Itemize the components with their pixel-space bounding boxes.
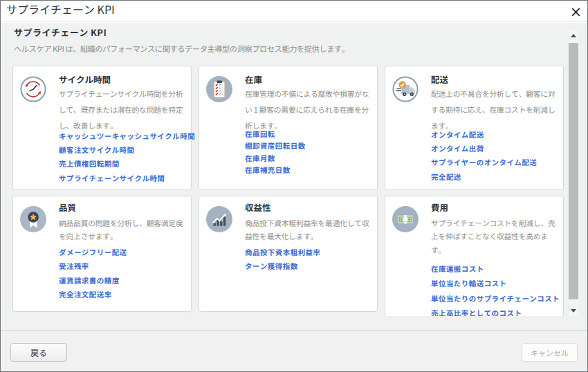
kpi-link-item: オンタイム出荷: [431, 142, 564, 156]
card-description: 在庫管理の不備による腐敗や損害がない 1 顧客の需要に応えられる在庫を分析します…: [245, 86, 372, 134]
kpi-link-item: 在庫運搬コスト: [431, 261, 564, 277]
kpi-card: 在庫 在庫管理の不備による腐敗や損害がない 1 顧客の需要に応えられる在庫を分析…: [199, 66, 378, 190]
profitability-icon: [206, 206, 232, 232]
dialog-titlebar: サプライチェーン KPI: [1, 1, 587, 22]
kpi-link[interactable]: ダメージフリー配送: [59, 247, 127, 257]
card-description: 商品投下資本粗利益率を最適化して収益性を最大化します。: [245, 216, 372, 243]
cancel-button[interactable]: キャンセル: [522, 343, 578, 362]
card-description: 納品品質の問題を分析し、顧客満足度を向上させます。: [59, 216, 186, 243]
card-description: サプライチェーンコストを削減し、売上を伸ばすことなく収益性を高めます。: [431, 216, 558, 257]
kpi-link[interactable]: オンタイム出荷: [431, 143, 484, 154]
kpi-link-item: 受注残率: [59, 259, 192, 273]
kpi-link[interactable]: 単位当たり輸送コスト: [431, 278, 507, 288]
close-icon: [571, 8, 580, 17]
kpi-card: 収益性 商品投下資本粗利益率を最適化して収益性を最大化します。 商品投下資本粗利…: [199, 196, 378, 312]
card-links: 商品投下資本粗利益率ターン獲得指数: [245, 245, 378, 274]
supply-chain-kpi-dialog: サプライチェーン KPI サプライチェーン KPI ヘルスケア KPI は、組織…: [0, 0, 588, 372]
card-title: 品質: [59, 201, 76, 214]
close-button[interactable]: [566, 2, 585, 21]
kpi-link[interactable]: オンタイム配送: [431, 129, 484, 140]
scrollbar-up-button[interactable]: [569, 30, 578, 41]
card-title: 費用: [431, 201, 448, 214]
card-description: サプライチェーンサイクル時間を分析して、既存または潜在的な問題を特定し、改善しま…: [59, 86, 186, 134]
kpi-link-item: 商品投下資本粗利益率: [245, 245, 378, 259]
kpi-link-item: 棚卸資産回転日数: [245, 140, 378, 152]
kpi-link[interactable]: サプライヤーのオンタイム配送: [431, 157, 537, 167]
kpi-link[interactable]: 在庫月数: [245, 153, 275, 163]
dialog-title: サプライチェーン KPI: [6, 1, 115, 18]
kpi-card: 配送 配送上の不具合を分析して、顧客に対する期待に応え、在庫コストを削減します。…: [385, 66, 564, 190]
inventory-icon: [206, 76, 232, 102]
kpi-link-item: ダメージフリー配送: [59, 245, 192, 259]
card-title: サイクル時間: [59, 73, 111, 86]
kpi-link[interactable]: ターン獲得指数: [245, 261, 298, 271]
kpi-link[interactable]: 売上高比率としてのコスト: [431, 308, 522, 316]
cycle-time-icon: [20, 76, 46, 102]
kpi-card-grid: サイクル時間 サプライチェーンサイクル時間を分析して、既存または潜在的な問題を特…: [12, 66, 564, 316]
card-links: キャッシュツーキャッシュサイクル時間顧客注文サイクル時間売上債権回転期間サプライ…: [59, 129, 192, 186]
kpi-link-item: 運賃請求書の精度: [59, 274, 192, 288]
kpi-link-item: ターン獲得指数: [245, 259, 378, 273]
kpi-link[interactable]: 在庫運搬コスト: [431, 263, 484, 274]
kpi-link[interactable]: 顧客注文サイクル時間: [59, 145, 135, 155]
back-button[interactable]: 戻る: [10, 343, 67, 362]
kpi-link-item: 在庫回転: [245, 128, 378, 140]
kpi-link-item: 売上高比率としてのコスト: [431, 306, 564, 316]
panel-description: ヘルスケア KPI は、組織のパフォーマンスに関するデータ主導型の洞察プロセス能…: [14, 43, 349, 54]
kpi-link[interactable]: 棚卸資産回転日数: [245, 140, 306, 151]
delivery-icon: [392, 76, 419, 102]
kpi-link[interactable]: 受注残率: [59, 261, 89, 271]
card-title: 在庫: [245, 73, 262, 86]
card-title: 収益性: [245, 201, 271, 214]
kpi-link-item: 完全注文配送率: [59, 288, 192, 301]
card-links: ダメージフリー配送受注残率運賃請求書の精度完全注文配送率: [59, 245, 192, 302]
kpi-link[interactable]: 売上債権回転期間: [59, 158, 120, 169]
kpi-link[interactable]: 商品投下資本粗利益率: [245, 247, 321, 257]
kpi-link-item: 単位当たりのサプライチェーンコスト: [431, 291, 564, 306]
kpi-link[interactable]: 完全配送: [431, 171, 461, 182]
vertical-scrollbar[interactable]: [569, 30, 578, 316]
kpi-link-item: 単位当たり輸送コスト: [431, 276, 564, 291]
kpi-link-item: 在庫補充日数: [245, 164, 378, 176]
kpi-link[interactable]: サプライチェーンサイクル時間: [59, 173, 165, 183]
kpi-link-item: 完全配送: [431, 170, 564, 184]
kpi-link-item: 売上債権回転期間: [59, 157, 192, 171]
kpi-link[interactable]: 単位当たりのサプライチェーンコスト: [431, 293, 560, 304]
cost-icon: [392, 206, 419, 232]
triangle-up-icon: [571, 34, 576, 37]
kpi-link[interactable]: 運賃請求書の精度: [59, 275, 120, 286]
kpi-link-item: 顧客注文サイクル時間: [59, 143, 192, 157]
kpi-card: 費用 サプライチェーンコストを削減し、売上を伸ばすことなく収益性を高めます。 在…: [385, 196, 564, 316]
card-title: 配送: [431, 73, 448, 86]
quality-icon: [20, 206, 46, 232]
card-description: 配送上の不具合を分析して、顧客に対する期待に応え、在庫コストを削減します。: [431, 86, 558, 134]
kpi-link-item: オンタイム配送: [431, 128, 564, 142]
kpi-link-item: サプライチェーンサイクル時間: [59, 171, 192, 185]
kpi-link-item: キャッシュツーキャッシュサイクル時間: [59, 129, 192, 143]
panel-heading: サプライチェーン KPI: [14, 26, 107, 39]
kpi-link[interactable]: 在庫回転: [245, 129, 275, 139]
kpi-link[interactable]: 完全注文配送率: [59, 289, 112, 299]
card-links: オンタイム配送オンタイム出荷サプライヤーのオンタイム配送完全配送: [431, 128, 564, 185]
scrollbar-down-button[interactable]: [569, 306, 578, 316]
kpi-link-item: サプライヤーのオンタイム配送: [431, 156, 564, 169]
kpi-card: 品質 納品品質の問題を分析し、顧客満足度を向上させます。 ダメージフリー配送受注…: [12, 196, 192, 312]
kpi-card: サイクル時間 サプライチェーンサイクル時間を分析して、既存または潜在的な問題を特…: [12, 66, 192, 190]
scrollbar-thumb[interactable]: [569, 43, 578, 299]
triangle-down-icon: [571, 309, 576, 313]
dialog-footer: 戻る キャンセル: [1, 331, 587, 371]
kpi-link[interactable]: 在庫補充日数: [245, 165, 291, 175]
kpi-link-item: 在庫月数: [245, 152, 378, 165]
card-links: 在庫運搬コスト単位当たり輸送コスト単位当たりのサプライチェーンコスト売上高比率と…: [431, 261, 564, 317]
card-links: 在庫回転棚卸資産回転日数在庫月数在庫補充日数: [245, 128, 378, 176]
kpi-link[interactable]: キャッシュツーキャッシュサイクル時間: [59, 131, 195, 141]
